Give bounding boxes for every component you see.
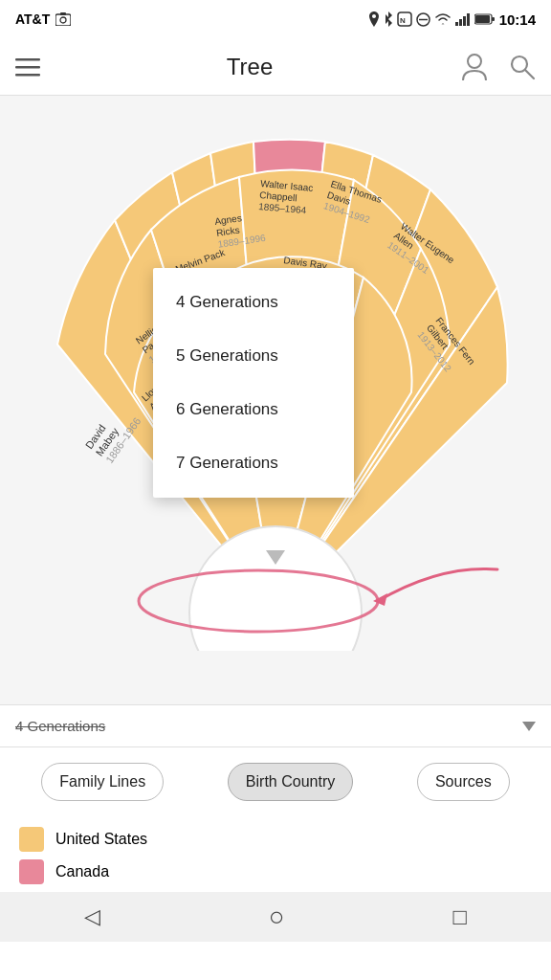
page-title: Tree: [227, 54, 273, 80]
person-icon[interactable]: [459, 52, 490, 82]
status-bar: AT&T N 10:14: [0, 0, 551, 38]
svg-rect-12: [492, 17, 495, 21]
svg-rect-16: [15, 74, 40, 77]
app-bar: Tree: [0, 38, 551, 96]
legend-color-us: [19, 827, 44, 852]
svg-rect-7: [455, 22, 458, 26]
location-icon: [368, 11, 380, 27]
svg-text:N: N: [400, 16, 406, 25]
recents-button[interactable]: □: [453, 903, 468, 930]
home-button[interactable]: ○: [269, 902, 285, 932]
signal-icon: [455, 12, 471, 26]
legend-label-us: United States: [55, 831, 147, 848]
generations-dropdown[interactable]: 4 Generations 5 Generations 6 Generation…: [153, 268, 354, 498]
legend-item-us: United States: [19, 827, 532, 852]
bluetooth-icon: [384, 11, 393, 27]
dropdown-item-4gen[interactable]: 4 Generations: [153, 276, 354, 329]
chevron-down-icon: [522, 722, 536, 731]
svg-rect-14: [15, 58, 40, 61]
svg-rect-9: [463, 16, 466, 26]
svg-point-1: [60, 17, 66, 23]
tab-bar: Family Lines Birth Country Sources: [0, 746, 551, 815]
bottom-nav: ◁ ○ □: [0, 892, 551, 942]
app-bar-actions: [459, 52, 536, 82]
dnd-icon: [416, 12, 430, 27]
legend-item-canada: Canada: [19, 859, 532, 884]
status-left: AT&T: [15, 11, 71, 27]
svg-rect-8: [459, 19, 462, 26]
svg-rect-10: [467, 13, 470, 26]
svg-rect-15: [15, 66, 40, 69]
wifi-icon: [434, 12, 452, 26]
legend-area: United States Canada: [0, 815, 551, 892]
hamburger-menu-icon[interactable]: [15, 56, 40, 78]
svg-line-19: [525, 70, 534, 78]
main-content: David Mabey 1886–1966 Nellie Zahler Pack…: [0, 96, 551, 746]
tab-birth-country[interactable]: Birth Country: [228, 763, 353, 801]
svg-point-17: [468, 55, 481, 68]
svg-rect-0: [55, 14, 71, 26]
tab-family-lines[interactable]: Family Lines: [41, 763, 164, 801]
photo-icon: [55, 12, 71, 26]
svg-rect-2: [60, 12, 66, 15]
battery-icon: [474, 13, 496, 25]
dropdown-item-7gen[interactable]: 7 Generations: [153, 436, 354, 490]
dropdown-item-6gen[interactable]: 6 Generations: [153, 383, 354, 436]
gen-selector-value: 4 Generations: [15, 718, 515, 734]
back-button[interactable]: ◁: [84, 904, 100, 929]
carrier-text: AT&T: [15, 11, 50, 27]
nfc-icon: N: [397, 11, 412, 27]
legend-color-canada: [19, 859, 44, 884]
status-right: N 10:14: [368, 11, 536, 28]
svg-rect-13: [475, 15, 490, 23]
gen-selector-bar[interactable]: 4 Generations: [0, 704, 551, 746]
search-icon[interactable]: [509, 54, 536, 80]
tab-sources[interactable]: Sources: [417, 763, 510, 801]
time-text: 10:14: [499, 11, 536, 28]
dropdown-item-5gen[interactable]: 5 Generations: [153, 329, 354, 383]
legend-label-canada: Canada: [55, 863, 109, 880]
